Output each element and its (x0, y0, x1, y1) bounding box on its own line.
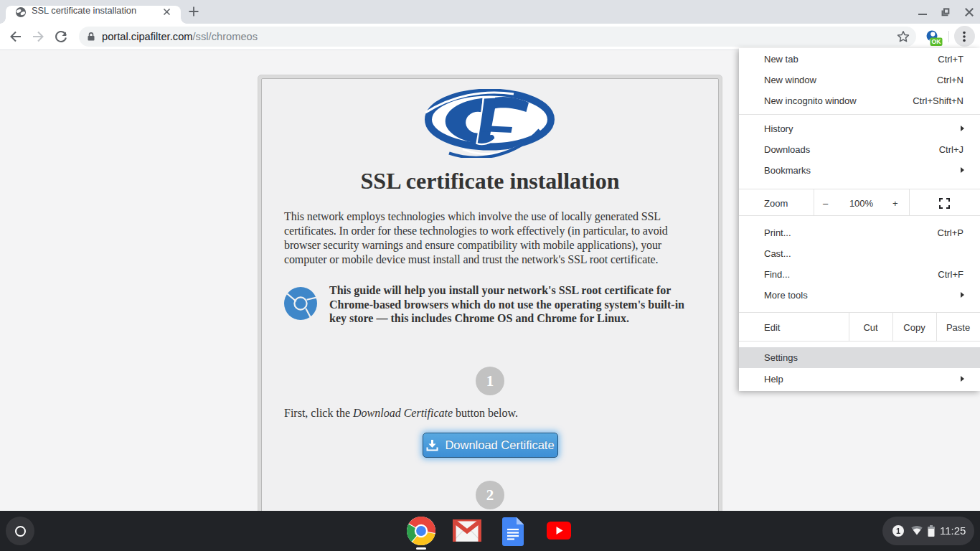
svg-text:OK: OK (932, 38, 942, 45)
